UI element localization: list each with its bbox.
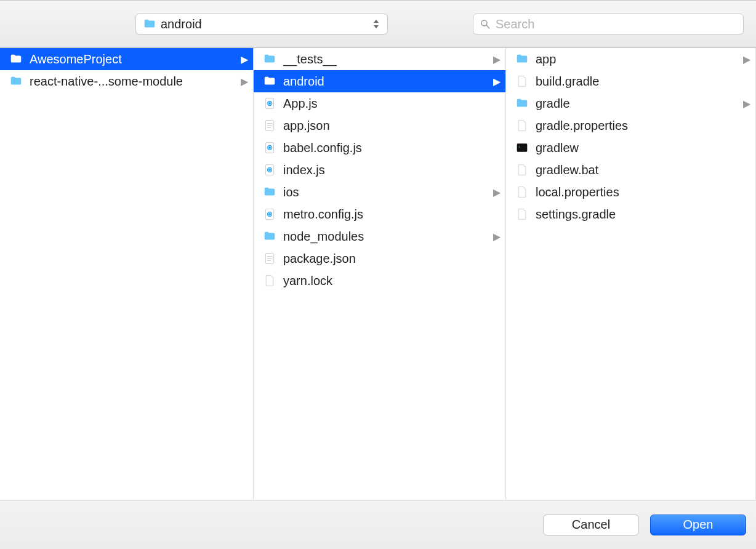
blank-icon [515, 207, 529, 222]
file-row[interactable]: yarn.lock [254, 270, 505, 292]
file-row[interactable]: babel.config.js [254, 137, 505, 159]
file-name-label: android [283, 74, 489, 89]
file-name-label: app [536, 52, 739, 66]
folder-icon [515, 52, 529, 66]
blank-icon [515, 74, 529, 89]
file-name-label: __tests__ [283, 52, 489, 66]
chevron-right-icon: ▶ [493, 231, 501, 242]
chevron-right-icon: ▶ [241, 54, 248, 65]
folder-icon [262, 52, 277, 66]
file-name-label: react-native-...some-module [30, 74, 237, 89]
file-row[interactable]: App.js [254, 92, 505, 114]
search-input[interactable] [496, 17, 737, 31]
js-icon [262, 96, 277, 111]
file-name-label: gradlew.bat [536, 163, 750, 177]
svg-text:$_: $_ [518, 145, 522, 148]
folder-icon [262, 229, 277, 244]
file-name-label: app.json [283, 119, 501, 133]
blank-icon [262, 273, 277, 288]
text-icon [262, 118, 277, 133]
folder-icon [9, 74, 23, 89]
folder-icon [9, 52, 23, 66]
file-name-label: yarn.lock [283, 274, 501, 288]
file-row[interactable]: gradle.properties [506, 114, 755, 137]
folder-icon [262, 185, 277, 199]
footer: Cancel Open [0, 500, 756, 549]
column-3: app▶build.gradlegradle▶gradle.properties… [506, 48, 756, 500]
js-icon [262, 162, 277, 177]
svg-point-0 [481, 20, 487, 26]
file-name-label: gradle [536, 97, 739, 111]
file-row[interactable]: __tests__▶ [254, 48, 505, 70]
file-name-label: settings.gradle [536, 207, 750, 222]
cancel-button[interactable]: Cancel [543, 515, 639, 535]
folder-icon [262, 74, 277, 89]
chevron-right-icon: ▶ [743, 54, 750, 65]
file-name-label: index.js [283, 163, 501, 177]
search-field[interactable] [473, 14, 744, 34]
file-name-label: package.json [283, 252, 501, 266]
js-icon [262, 140, 277, 155]
file-row[interactable]: gradlew.bat [506, 159, 755, 181]
file-name-label: local.properties [536, 185, 750, 199]
file-name-label: ios [283, 185, 489, 199]
search-icon [480, 18, 491, 30]
file-name-label: AwesomeProject [30, 52, 237, 66]
file-columns: AwesomeProject▶react-native-...some-modu… [0, 48, 756, 500]
toolbar: android [0, 0, 756, 48]
file-row[interactable]: AwesomeProject▶ [0, 48, 253, 70]
folder-icon [515, 96, 529, 111]
file-row[interactable]: index.js [254, 159, 505, 181]
file-row[interactable]: app.json [254, 114, 505, 137]
current-folder-label: android [161, 17, 371, 31]
file-name-label: gradle.properties [536, 119, 750, 133]
chevron-right-icon: ▶ [743, 98, 750, 110]
chevron-right-icon: ▶ [493, 76, 501, 87]
file-row[interactable]: metro.config.js [254, 203, 505, 225]
text-icon [262, 251, 277, 266]
file-row[interactable]: build.gradle [506, 70, 755, 92]
chevron-right-icon: ▶ [241, 76, 248, 87]
file-name-label: babel.config.js [283, 141, 501, 155]
file-row[interactable]: gradle▶ [506, 92, 755, 114]
updown-icon [371, 20, 381, 28]
file-row[interactable]: node_modules▶ [254, 225, 505, 247]
svg-line-1 [486, 25, 489, 28]
file-row[interactable]: package.json [254, 247, 505, 270]
file-row[interactable]: react-native-...some-module▶ [0, 70, 253, 92]
file-name-label: node_modules [283, 230, 489, 244]
blank-icon [515, 185, 529, 199]
file-name-label: build.gradle [536, 74, 750, 89]
open-button[interactable]: Open [650, 515, 746, 535]
column-1: AwesomeProject▶react-native-...some-modu… [0, 48, 254, 500]
file-row[interactable]: local.properties [506, 181, 755, 203]
file-row[interactable]: app▶ [506, 48, 755, 70]
file-name-label: App.js [283, 97, 501, 111]
file-row[interactable]: android▶ [254, 70, 505, 92]
file-name-label: gradlew [536, 141, 750, 155]
folder-dropdown[interactable]: android [135, 14, 388, 34]
blank-icon [515, 118, 529, 133]
file-row[interactable]: $_gradlew [506, 137, 755, 159]
chevron-right-icon: ▶ [493, 54, 501, 65]
folder-icon [142, 17, 157, 31]
file-name-label: metro.config.js [283, 207, 501, 222]
chevron-right-icon: ▶ [493, 186, 501, 198]
blank-icon [515, 162, 529, 177]
file-row[interactable]: settings.gradle [506, 203, 755, 225]
js-icon [262, 207, 277, 222]
file-row[interactable]: ios▶ [254, 181, 505, 203]
column-2: __tests__▶android▶App.jsapp.jsonbabel.co… [254, 48, 506, 500]
exec-icon: $_ [515, 140, 529, 155]
